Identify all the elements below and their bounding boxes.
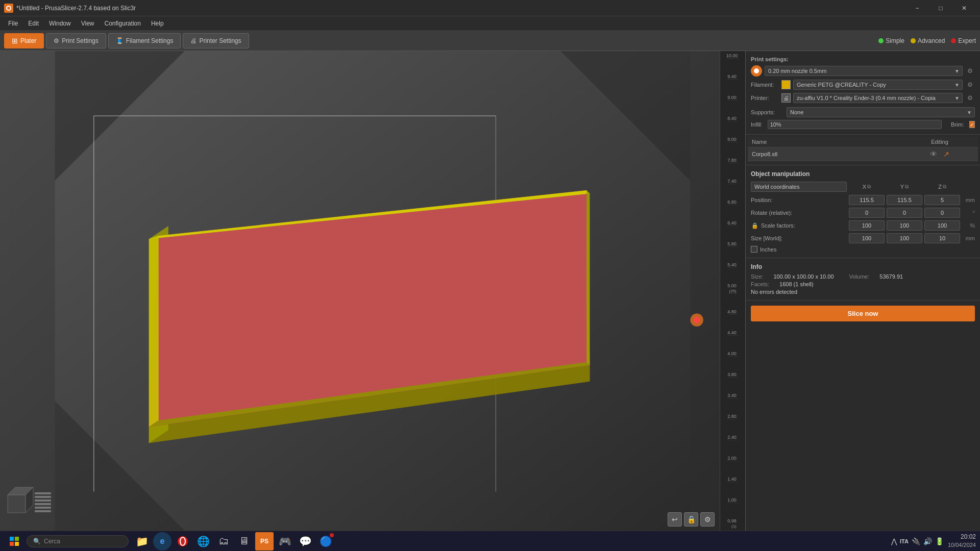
coord-system-select[interactable]: World coordinates — [751, 182, 847, 192]
start-button[interactable] — [4, 533, 24, 549]
rotate-y-input[interactable] — [887, 208, 922, 218]
visibility-icon[interactable]: 👁 — [930, 150, 937, 158]
lock-button[interactable]: 🔒 — [684, 512, 698, 527]
menu-window[interactable]: Window — [45, 18, 75, 29]
size-y-input[interactable] — [887, 233, 922, 243]
viewport-controls: ↩ 🔒 ⚙ — [668, 512, 715, 527]
taskbar-app-vpn[interactable]: 🌐 — [194, 532, 212, 550]
nav-cube[interactable] — [5, 485, 54, 520]
info-facets-label: Facets: — [751, 281, 769, 287]
scale-y-input[interactable] — [887, 220, 922, 231]
ruler-tick: 4.80 — [727, 309, 738, 315]
printer-select[interactable]: zu-affiu V1.0 * Creality Ender-3 (0.4 mm… — [793, 93, 963, 103]
rotate-row: Rotate (relative): ° — [751, 208, 975, 218]
profile-settings-icon[interactable]: ⚙ — [965, 66, 975, 76]
ruler-tick: 8.00 — [727, 137, 738, 142]
menu-view[interactable]: View — [77, 18, 99, 29]
svg-rect-30 — [10, 542, 14, 546]
mode-advanced-label: Advanced — [918, 37, 945, 44]
close-button[interactable]: ✕ — [952, 0, 976, 16]
title-bar: *Untitled - PrusaSlicer-2.7.4 based on S… — [0, 0, 980, 16]
position-z-input[interactable] — [924, 195, 960, 205]
svg-point-33 — [180, 537, 185, 545]
info-size-value: 100.00 x 100.00 x 10.00 — [773, 273, 834, 280]
network-icon[interactable]: 🔌 — [912, 537, 920, 545]
filament-settings-icon[interactable]: ⚙ — [965, 80, 975, 90]
position-x-input[interactable] — [849, 195, 885, 205]
ruler-tick: 5.80 — [727, 241, 738, 247]
menu-file[interactable]: File — [4, 18, 22, 29]
supports-select[interactable]: None — [787, 107, 975, 117]
mode-expert[interactable]: Expert — [951, 37, 976, 44]
mode-simple[interactable]: Simple — [878, 37, 904, 44]
battery-icon[interactable]: 🔋 — [935, 537, 944, 545]
printer-row: Printer: 🖨 zu-affiu V1.0 * Creality Ende… — [751, 93, 975, 103]
info-section: Info Size: 100.00 x 100.00 x 10.00 Volum… — [746, 258, 980, 300]
scale-z-input[interactable] — [924, 220, 960, 231]
viewport[interactable]: 10.00 9.40 9.00 8.40 8.00 7.80 7.40 6.80… — [0, 51, 745, 531]
info-facets-value: 1608 (1 shell) — [779, 281, 814, 287]
title-bar-controls: − □ ✕ — [905, 0, 976, 16]
taskbar-app-files[interactable]: 📁 — [133, 532, 151, 550]
rotate-z-input[interactable] — [924, 208, 960, 218]
mode-advanced[interactable]: Advanced — [911, 37, 945, 44]
position-y-input[interactable] — [887, 195, 922, 205]
taskbar-search[interactable]: 🔍 Cerca — [27, 535, 129, 547]
rotate-unit: ° — [962, 210, 975, 216]
language-indicator[interactable]: ITA — [900, 538, 909, 544]
volume-icon[interactable]: 🔊 — [923, 537, 932, 545]
mode-expert-dot — [951, 38, 956, 43]
rotate-x-input[interactable] — [849, 208, 885, 218]
edit-icon[interactable]: ↗ — [943, 150, 949, 158]
y-copy-icon[interactable]: ⧉ — [905, 184, 909, 190]
taskbar-app-teams[interactable]: 🔵 — [316, 532, 335, 550]
minimize-button[interactable]: − — [905, 0, 929, 16]
brim-checkbox[interactable]: ✓ — [969, 121, 975, 128]
filament-select[interactable]: Generic PETG @CREALITY - Copy — [793, 80, 963, 90]
y-header: Y ⧉ — [887, 184, 922, 190]
tab-print-settings[interactable]: ⚙ Print Settings — [46, 33, 106, 48]
scale-label-group: 🔒 Scale factors: — [751, 221, 817, 230]
lock-scale-icon[interactable]: 🔒 — [751, 221, 759, 230]
x-copy-icon[interactable]: ⧉ — [867, 184, 871, 190]
taskbar-app-explorer[interactable]: 🗂 — [214, 532, 233, 550]
inches-checkbox[interactable] — [751, 246, 757, 253]
svg-marker-15 — [586, 190, 590, 365]
taskbar-app-browser[interactable]: e — [153, 532, 172, 550]
settings-button[interactable]: ⚙ — [700, 512, 715, 527]
ruler-tick: 6.40 — [727, 220, 738, 226]
maximize-button[interactable]: □ — [929, 0, 952, 16]
profile-select-wrapper: 0.20 mm nozzle 0.5mm ▼ — [765, 66, 963, 76]
search-placeholder: Cerca — [44, 538, 60, 545]
taskbar-app-monitor[interactable]: 🖥 — [235, 532, 253, 550]
title-bar-left: *Untitled - PrusaSlicer-2.7.4 based on S… — [4, 4, 136, 13]
tab-plater[interactable]: ⊞ Plater — [4, 33, 44, 48]
taskbar-app-opera[interactable] — [174, 532, 192, 550]
size-z-input[interactable] — [924, 233, 960, 243]
slice-now-button[interactable]: Slice now — [751, 306, 975, 321]
size-unit: mm — [962, 235, 975, 241]
taskbar-clock[interactable]: 20:02 10/04/2024 — [948, 533, 976, 549]
filament-label: Filament: — [751, 82, 781, 88]
filament-icon: 🧵 — [116, 37, 124, 44]
manipulation-title: Object manipulation — [751, 170, 975, 178]
taskbar-app-whatsapp[interactable]: 💬 — [296, 532, 314, 550]
undo-button[interactable]: ↩ — [668, 512, 682, 527]
scale-x-input[interactable] — [849, 220, 885, 231]
menu-help[interactable]: Help — [147, 18, 168, 29]
printer-settings-icon[interactable]: ⚙ — [965, 93, 975, 103]
menu-configuration[interactable]: Configuration — [101, 18, 145, 29]
print-settings-icon: ⚙ — [54, 37, 59, 44]
menu-edit[interactable]: Edit — [24, 18, 43, 29]
tray-chevron[interactable]: ⋀ — [891, 537, 897, 545]
tab-filament-settings[interactable]: 🧵 Filament Settings — [108, 33, 181, 48]
tab-printer-settings[interactable]: 🖨 Printer Settings — [183, 33, 249, 48]
size-x-input[interactable] — [849, 233, 885, 243]
taskbar-app-steam[interactable]: 🎮 — [276, 532, 294, 550]
inches-label: Inches — [760, 246, 776, 253]
object-row[interactable]: Corpo8.stl 👁 ↗ — [748, 147, 978, 161]
z-copy-icon[interactable]: ⧉ — [943, 184, 946, 190]
infill-select[interactable]: 10% — [768, 120, 942, 129]
taskbar-app-prusa[interactable]: PS — [255, 532, 274, 550]
profile-select[interactable]: 0.20 mm nozzle 0.5mm — [765, 66, 963, 76]
